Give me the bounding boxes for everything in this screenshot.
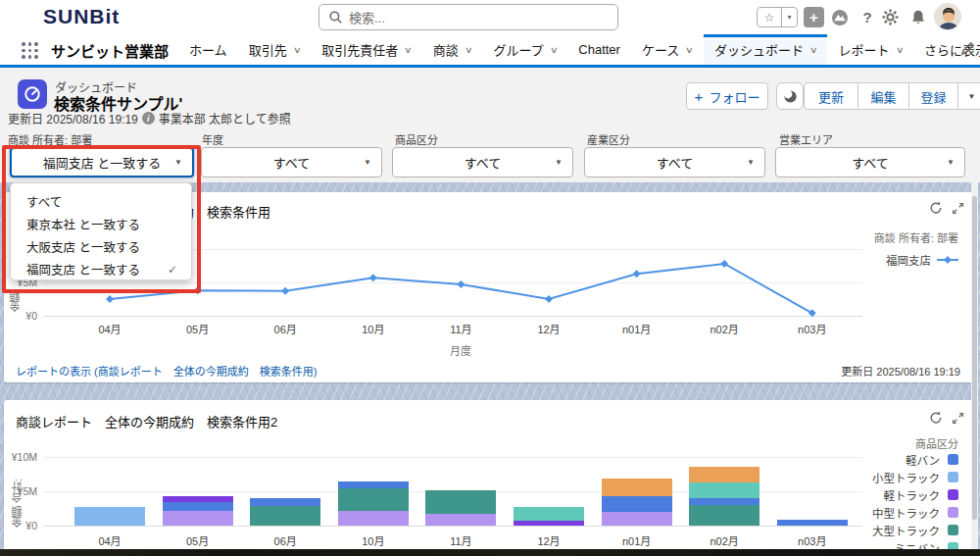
scrollbar-thumb[interactable] [972, 196, 977, 520]
dropdown-option-2[interactable]: 大阪支店 と一致する [11, 235, 191, 258]
more-actions-caret-icon[interactable]: ▼ [958, 82, 980, 110]
nav-tab-0[interactable]: ホーム [178, 34, 238, 65]
dropdown-option-3[interactable]: 福岡支店 と一致する✓ [11, 258, 191, 280]
nav-tab-6[interactable]: ケース∨ [631, 34, 704, 65]
favorites-button[interactable]: ☆ ▾ [757, 7, 798, 27]
bar-3 [338, 481, 409, 526]
department-filter-dropdown: すべて東京本社 と一致する大阪支店 と一致する福岡支店 と一致する✓ [10, 182, 192, 280]
bar-2 [250, 498, 320, 526]
legend-label: 軽トラック [884, 487, 941, 503]
legend-label: 中型トラック [872, 505, 940, 521]
legend-label: 軽バン [906, 452, 940, 468]
gauge-icon [24, 85, 41, 103]
filter-value: すべて [465, 153, 502, 172]
line-series-marker-icon [937, 255, 958, 265]
expand-widget-icon[interactable] [952, 201, 967, 217]
x-tick-0: 04月 [75, 532, 144, 548]
refresh-button[interactable]: 更新 [804, 82, 858, 110]
edit-button[interactable]: 編集 [858, 82, 909, 110]
x-tick-6: n01月 [603, 532, 671, 548]
nav-tab-label: レポート [838, 40, 889, 59]
edit-nav-pencil-icon[interactable] [960, 41, 976, 57]
star-icon[interactable]: ☆ [758, 8, 782, 26]
bar-segment-blue [777, 520, 848, 526]
filter-label-0: 商談 所有者: 部署 [8, 131, 92, 147]
salesforce-dashboard-page: SUNBit 検索... ☆ ▾ + ? [0, 0, 980, 556]
info-icon[interactable]: i [142, 112, 155, 125]
nav-tab-label: 取引先 [249, 40, 287, 59]
nav-tab-label: Chatter [578, 42, 620, 57]
nav-tab-2[interactable]: 取引先責任者∨ [311, 34, 422, 65]
view-report-link[interactable]: レポートの表示 (商談レポート 全体の今期成約 検索条件用) [16, 363, 317, 379]
filter-select-0[interactable]: 福岡支店 と一致する▼ [10, 147, 194, 177]
bar-chart-panel: 商談レポート 全体の今期成約 検索条件用2 商品区分 金額 合計: ¥10M ¥… [4, 400, 976, 556]
filter-select-3[interactable]: すべて▼ [584, 147, 765, 177]
global-header: SUNBit 検索... ☆ ▾ + ? [0, 0, 980, 34]
help-icon: ? [862, 9, 871, 25]
nav-tab-7[interactable]: ダッシュボード∨ [704, 34, 828, 65]
bar-segment-lightblue [74, 507, 145, 526]
feed-button[interactable] [776, 82, 804, 110]
bell-icon [909, 9, 927, 26]
x-tick-8: n03月 [778, 321, 847, 336]
bar-segment-lightviolet [425, 514, 496, 526]
sunbit-logo: SUNBit [43, 5, 120, 28]
favorites-caret-icon[interactable]: ▾ [782, 8, 797, 26]
nav-tab-4[interactable]: グループ∨ [482, 34, 567, 65]
bar-5 [514, 507, 584, 526]
line-legend-item: 福岡支店 [886, 252, 958, 268]
global-search-input[interactable]: 検索... [318, 4, 618, 30]
nav-tab-3[interactable]: 商談∨ [422, 34, 483, 65]
bar-segment-lightviolet [163, 511, 233, 526]
subscribe-button[interactable]: 登録 [909, 82, 958, 110]
filter-value: すべて [852, 153, 889, 172]
guidance-center-button[interactable] [829, 7, 851, 28]
follow-button[interactable]: + フォロー [686, 82, 768, 110]
global-actions-button[interactable]: + [804, 7, 824, 27]
legend-item-0: 軽バン [906, 453, 958, 466]
filter-label-3: 産業区分 [587, 131, 630, 147]
chevron-down-icon: ∨ [404, 45, 413, 55]
filter-select-4[interactable]: すべて▼ [775, 147, 965, 177]
dropdown-option-0[interactable]: すべて [11, 190, 191, 213]
setup-button[interactable] [880, 7, 901, 27]
dashboard-entity-icon [18, 79, 47, 109]
dropdown-option-1[interactable]: 東京本社 と一致する [11, 213, 191, 235]
legend-swatch [948, 454, 958, 465]
x-tick-4: 11月 [426, 532, 495, 548]
app-launcher-waffle-icon[interactable] [22, 42, 38, 59]
nav-tab-1[interactable]: 取引先∨ [238, 34, 312, 65]
notifications-button[interactable] [907, 7, 928, 27]
nav-tab-8[interactable]: レポート∨ [827, 34, 913, 65]
filter-select-2[interactable]: すべて▼ [392, 147, 573, 177]
x-tick-3: 10月 [339, 321, 408, 336]
user-avatar[interactable] [934, 3, 961, 30]
x-tick-2: 06月 [251, 321, 319, 336]
help-button[interactable]: ? [858, 6, 876, 27]
x-tick-3: 10月 [339, 532, 408, 548]
filter-select-1[interactable]: すべて▼ [201, 147, 382, 177]
x-tick-1: 05月 [164, 321, 232, 336]
x-tick-8: n03月 [778, 532, 847, 548]
desktop-edge [0, 549, 980, 556]
chevron-down-icon: ∨ [896, 45, 905, 55]
expand-widget-icon[interactable] [952, 411, 967, 427]
chevron-down-icon: ▼ [947, 158, 955, 167]
bar-segment-teal [338, 488, 409, 511]
filter-value: 福岡支店 と一致する [43, 153, 162, 172]
gridline-0 [43, 526, 862, 527]
nav-tab-5[interactable]: Chatter [567, 34, 631, 65]
y-tick: ¥0 [8, 520, 37, 531]
viewing-as-text: 事業本部 太郎として参照 [159, 110, 291, 126]
refresh-widget-icon[interactable] [929, 201, 945, 217]
chevron-down-icon: ∨ [550, 45, 559, 55]
dashboard-action-group: 更新 編集 登録 ▼ [804, 82, 980, 110]
bar-segment-lightteal [689, 482, 760, 498]
bar-segment-blue [689, 498, 760, 505]
chevron-down-icon: ▼ [174, 158, 182, 167]
legend-label: 大型トラック [872, 523, 940, 538]
bar-segment-blue [338, 481, 409, 489]
bar-4 [425, 490, 496, 526]
refresh-widget-icon[interactable] [929, 411, 945, 427]
y-tick: ¥10M [8, 451, 37, 463]
